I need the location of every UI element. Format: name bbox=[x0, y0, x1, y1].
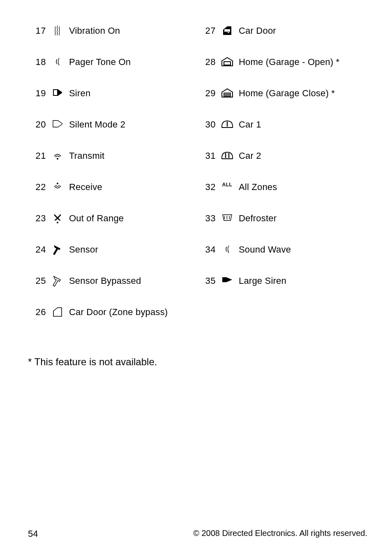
row-label: Transmit bbox=[69, 150, 198, 161]
row-label: Vibration On bbox=[69, 25, 198, 36]
svg-rect-0 bbox=[54, 90, 57, 95]
row-number: 23 bbox=[28, 212, 46, 224]
row-number: 30 bbox=[198, 118, 216, 130]
row-label: Car Door bbox=[239, 25, 367, 36]
row-label: Out of Range bbox=[69, 212, 198, 224]
silent-mode-icon bbox=[46, 118, 69, 128]
svg-point-3 bbox=[57, 222, 58, 223]
siren-icon bbox=[46, 87, 69, 97]
icon-legend-table: 17 Vibration On 18 Pager Tone On 19 Sire… bbox=[28, 25, 367, 337]
large-siren-icon bbox=[216, 275, 239, 284]
garage-open-icon bbox=[216, 56, 239, 67]
row-label: All Zones bbox=[239, 181, 367, 193]
legend-row: 23 Out of Range bbox=[28, 212, 198, 244]
car-2-icon bbox=[216, 150, 239, 160]
row-number: 35 bbox=[198, 275, 216, 286]
row-number: 21 bbox=[28, 150, 46, 161]
car-door-bypass-icon bbox=[46, 306, 69, 318]
legend-row: 20 Silent Mode 2 bbox=[28, 118, 198, 150]
pager-tone-icon bbox=[46, 56, 69, 67]
row-number: 28 bbox=[198, 56, 216, 67]
row-label: Sound Wave bbox=[239, 244, 367, 255]
legend-row: 28 Home (Garage - Open) * bbox=[198, 56, 367, 87]
left-column: 17 Vibration On 18 Pager Tone On 19 Sire… bbox=[28, 25, 198, 337]
row-number: 26 bbox=[28, 306, 46, 318]
row-label: Siren bbox=[69, 87, 198, 99]
page-footer: 54 © 2008 Directed Electronics. All righ… bbox=[28, 529, 367, 539]
legend-row: 18 Pager Tone On bbox=[28, 56, 198, 87]
receive-icon bbox=[46, 181, 69, 192]
legend-row: 19 Siren bbox=[28, 87, 198, 118]
svg-rect-7 bbox=[224, 62, 230, 65]
sound-wave-icon bbox=[216, 244, 239, 254]
row-label: Pager Tone On bbox=[69, 56, 198, 67]
row-number: 18 bbox=[28, 56, 46, 67]
sensor-bypass-icon bbox=[46, 275, 69, 287]
car-door-icon bbox=[216, 25, 239, 36]
row-number: 20 bbox=[28, 118, 46, 130]
row-label: Receive bbox=[69, 181, 198, 193]
legend-row: 21 Transmit bbox=[28, 150, 198, 181]
defroster-icon bbox=[216, 212, 239, 222]
row-label: Sensor bbox=[69, 244, 198, 255]
row-label: Car 2 bbox=[239, 150, 367, 161]
vibration-icon bbox=[46, 25, 69, 35]
row-label: Car Door (Zone bypass) bbox=[69, 306, 198, 318]
row-label: Sensor Bypassed bbox=[69, 275, 198, 286]
legend-row: 33 Defroster bbox=[198, 212, 367, 244]
svg-point-2 bbox=[57, 183, 58, 184]
row-number: 17 bbox=[28, 25, 46, 36]
footnote: * This feature is not available. bbox=[28, 356, 367, 368]
out-of-range-icon bbox=[46, 212, 69, 224]
row-label: Home (Garage Close) * bbox=[239, 87, 367, 99]
legend-row: 34 Sound Wave bbox=[198, 244, 367, 275]
row-number: 29 bbox=[198, 87, 216, 99]
row-number: 27 bbox=[198, 25, 216, 36]
legend-row: 25 Sensor Bypassed bbox=[28, 275, 198, 306]
row-number: 33 bbox=[198, 212, 216, 224]
legend-row: 29 Home (Garage Close) * bbox=[198, 87, 367, 118]
row-number: 25 bbox=[28, 275, 46, 286]
page-number: 54 bbox=[28, 529, 38, 539]
legend-row: 31 Car 2 bbox=[198, 150, 367, 181]
row-number: 24 bbox=[28, 244, 46, 255]
legend-row: 32 ALL All Zones bbox=[198, 181, 367, 212]
row-label: Home (Garage - Open) * bbox=[239, 56, 367, 67]
legend-row: 35 Large Siren bbox=[198, 275, 367, 306]
legend-row: 22 Receive bbox=[28, 181, 198, 212]
row-number: 31 bbox=[198, 150, 216, 161]
row-label: Silent Mode 2 bbox=[69, 118, 198, 130]
svg-rect-5 bbox=[228, 32, 229, 33]
transmit-icon bbox=[46, 150, 69, 160]
svg-point-1 bbox=[57, 158, 58, 160]
garage-close-icon bbox=[216, 87, 239, 98]
all-zones-icon: ALL bbox=[216, 181, 239, 188]
row-number: 22 bbox=[28, 181, 46, 193]
legend-row: 30 Car 1 bbox=[198, 118, 367, 150]
sensor-icon bbox=[46, 244, 69, 256]
row-label: Defroster bbox=[239, 212, 367, 224]
svg-rect-4 bbox=[224, 29, 230, 32]
car-1-icon bbox=[216, 118, 239, 129]
legend-row: 17 Vibration On bbox=[28, 25, 198, 56]
row-label: Car 1 bbox=[239, 118, 367, 130]
legend-row: 27 Car Door bbox=[198, 25, 367, 56]
row-number: 19 bbox=[28, 87, 46, 99]
right-column: 27 Car Door 28 Home (Garage - Open) * 29… bbox=[198, 25, 367, 337]
copyright: © 2008 Directed Electronics. All rights … bbox=[193, 529, 367, 539]
row-label: Large Siren bbox=[239, 275, 367, 286]
legend-row: 26 Car Door (Zone bypass) bbox=[28, 306, 198, 337]
document-page: 17 Vibration On 18 Pager Tone On 19 Sire… bbox=[0, 0, 392, 559]
row-number: 34 bbox=[198, 244, 216, 255]
legend-row: 24 Sensor bbox=[28, 244, 198, 275]
row-number: 32 bbox=[198, 181, 216, 193]
